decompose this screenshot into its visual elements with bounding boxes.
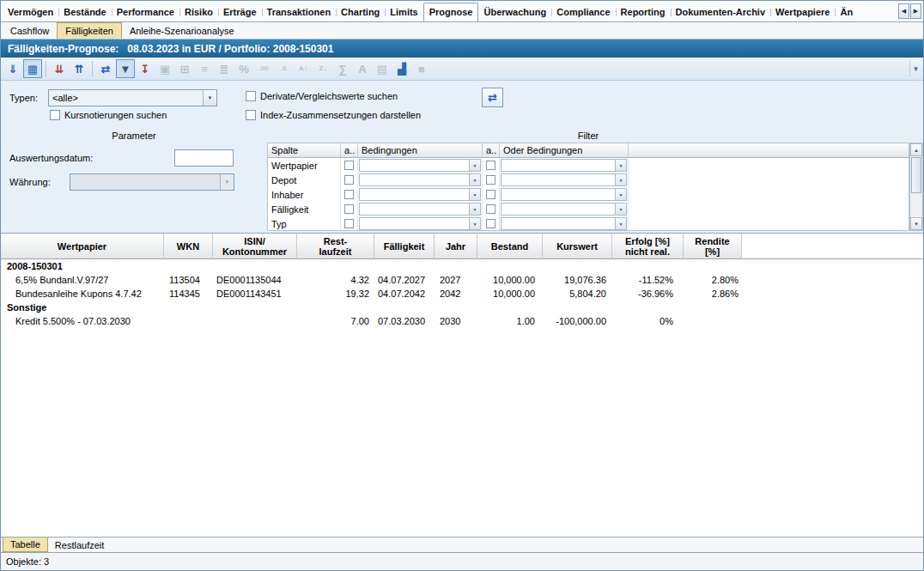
- chevron-down-icon: ▼: [469, 218, 480, 229]
- filter-row-filler: [629, 187, 909, 202]
- table-cell: 2.86%: [684, 287, 742, 301]
- save-export-button[interactable]: ⇓: [3, 59, 22, 78]
- filter-and-checkbox[interactable]: [344, 175, 354, 185]
- filter-and-checkbox[interactable]: [344, 161, 354, 170]
- sub-tab-anleihe-szenarioanalyse[interactable]: Anleihe-Szenarioanalyse: [122, 22, 242, 39]
- main-tab-bestaende[interactable]: Bestände: [58, 3, 112, 21]
- main-tab-reporting[interactable]: Reporting: [616, 3, 671, 21]
- filter-or-condition-select[interactable]: ▼: [501, 217, 627, 230]
- column-header-bestand[interactable]: Bestand: [477, 234, 543, 259]
- filter-column-header-a-3[interactable]: a..: [483, 143, 500, 158]
- main-tab-limits[interactable]: Limits: [385, 3, 422, 21]
- collapse-all-button[interactable]: ⇈: [70, 59, 88, 78]
- waehrung-select[interactable]: ▼: [70, 173, 234, 191]
- main-tab-transaktionen[interactable]: Transaktionen: [262, 3, 337, 21]
- chevron-down-icon: ▼: [469, 160, 480, 171]
- filter-column-header-bedingungen-2[interactable]: Bedingungen: [358, 143, 483, 158]
- main-tab-aen[interactable]: Än: [835, 3, 858, 21]
- auswertungsdatum-input[interactable]: [174, 149, 234, 167]
- view-tab-restlaufzeit[interactable]: Restlaufzeit: [48, 538, 111, 552]
- kursnotierungen-checkbox[interactable]: [50, 110, 60, 120]
- save-export-icon: ⇓: [9, 64, 18, 75]
- main-tab-performance[interactable]: Performance: [112, 3, 179, 21]
- column-header-isin[interactable]: ISIN/ Kontonummer: [213, 234, 297, 259]
- filter-and-checkbox[interactable]: [344, 204, 354, 214]
- filter-or-condition-select[interactable]: ▼: [501, 159, 627, 172]
- view-tab-tabelle[interactable]: Tabelle: [3, 538, 48, 552]
- scrollbar-thumb[interactable]: [911, 157, 921, 193]
- refresh-button[interactable]: ⇄: [482, 88, 503, 107]
- filter-or-and-checkbox[interactable]: [486, 161, 495, 170]
- table-row[interactable]: 6,5% Bundanl.V.97/27113504DE00011350444.…: [1, 273, 923, 287]
- filter-or-and-checkbox[interactable]: [486, 219, 495, 228]
- column-header-rest[interactable]: Rest- laufzeit: [297, 234, 374, 259]
- sub-tab-cashflow[interactable]: Cashflow: [3, 22, 57, 39]
- column-header-wkn[interactable]: WKN: [164, 234, 213, 259]
- filter-condition-select[interactable]: ▼: [359, 203, 481, 216]
- table-row[interactable]: Kredit 5.500% - 07.03.20307.0007.03.2030…: [1, 314, 923, 328]
- chart-display-button[interactable]: ▦: [23, 59, 42, 78]
- filter-condition-cell: ▼: [358, 216, 483, 231]
- drilldown-button[interactable]: ↧: [136, 59, 155, 78]
- main-tab-prognose[interactable]: Prognose: [423, 3, 479, 21]
- filter-or-condition-select[interactable]: ▼: [501, 203, 627, 216]
- filter-section-label: Filter: [267, 131, 909, 141]
- filter-or-condition-select[interactable]: ▼: [501, 188, 627, 201]
- filter-scrollbar[interactable]: ▲ ▼: [909, 143, 923, 231]
- expand-all-button[interactable]: ⇊: [50, 59, 69, 78]
- main-tab-dokumenten-archiv[interactable]: Dokumenten-Archiv: [671, 3, 771, 21]
- auswertungsdatum-label: Auswertungsdatum:: [9, 153, 93, 163]
- tab-scroll-left-button[interactable]: ◀: [898, 3, 909, 19]
- main-tab-wertpapiere[interactable]: Wertpapiere: [770, 3, 835, 21]
- main-tab-charting[interactable]: Charting: [336, 3, 385, 21]
- column-header-jahr[interactable]: Jahr: [435, 234, 477, 259]
- main-tab-ueberwachung[interactable]: Überwachung: [478, 3, 551, 21]
- group-row[interactable]: Sonstige: [1, 301, 923, 314]
- filter-condition-select[interactable]: ▼: [359, 217, 481, 230]
- derivate-checkbox[interactable]: [246, 91, 256, 101]
- column-header-erfolg[interactable]: Erfolg [%] nicht real.: [612, 234, 684, 259]
- bar-chart-button[interactable]: ▟: [392, 59, 411, 78]
- filter-or-and-checkbox[interactable]: [486, 204, 495, 214]
- group-row[interactable]: 2008-150301: [1, 259, 923, 273]
- main-tab-risiko[interactable]: Risiko: [179, 3, 218, 21]
- derivate-checkbox-label: Derivate/Vergleichswerte suchen: [260, 91, 398, 101]
- view-title-bar: Fälligkeiten-Prognose: 08.03.2023 in EUR…: [1, 39, 923, 58]
- column-header-kurswert[interactable]: Kurswert: [543, 234, 612, 259]
- results-table-header: WertpapierWKNISIN/ KontonummerRest- lauf…: [1, 234, 923, 259]
- filter-condition-select[interactable]: ▼: [359, 173, 481, 186]
- bar-chart-icon: ▟: [398, 64, 406, 75]
- sub-tab-faelligkeiten[interactable]: Fälligkeiten: [57, 22, 122, 39]
- main-tab-ertraege[interactable]: Erträge: [218, 3, 262, 21]
- filter-column-header-oder-bedingungen-4[interactable]: Oder Bedingungen: [500, 143, 629, 158]
- status-text: Objekte: 3: [6, 556, 49, 567]
- column-header-faelligkeit[interactable]: Fälligkeit: [374, 234, 435, 259]
- table-cell: 0%: [612, 314, 684, 328]
- filter-condition-select[interactable]: ▼: [359, 188, 481, 201]
- filter-or-and-checkbox[interactable]: [486, 175, 495, 185]
- filter-button[interactable]: ▼: [116, 59, 135, 78]
- column-header-rendite[interactable]: Rendite [%]: [684, 234, 742, 259]
- refresh-button[interactable]: ⇄: [96, 59, 115, 78]
- arrow-down-icon: ▼: [914, 222, 919, 227]
- toolbar-overflow-button[interactable]: ▾: [909, 60, 921, 77]
- filter-grid-body: Wertpapier▼▼Depot▼▼Inhaber▼▼Fälligkeit▼▼…: [268, 158, 909, 231]
- table-row[interactable]: Bundesanleihe Kupons 4.7.42114345DE00011…: [1, 287, 923, 301]
- scroll-up-button[interactable]: ▲: [910, 143, 922, 156]
- filter-column-header-a-1[interactable]: a..: [341, 143, 358, 158]
- main-tab-vermoegen[interactable]: Vermögen: [3, 3, 58, 21]
- typen-select[interactable]: <alle> ▼: [48, 89, 217, 106]
- scroll-down-button[interactable]: ▼: [910, 217, 922, 230]
- column-header-wertpapier[interactable]: Wertpapier: [1, 234, 164, 259]
- filter-or-and-checkbox[interactable]: [486, 190, 495, 199]
- main-tab-compliance[interactable]: Compliance: [551, 3, 615, 21]
- tab-scroll-right-button[interactable]: ▶: [910, 3, 921, 19]
- filter-and-checkbox[interactable]: [344, 190, 354, 199]
- index-checkbox[interactable]: [246, 110, 256, 120]
- filter-or-condition-select[interactable]: ▼: [501, 173, 627, 186]
- filter-condition-cell: ▼: [358, 173, 483, 187]
- filter-condition-select[interactable]: ▼: [359, 159, 481, 172]
- filter-column-header-spalte-0[interactable]: Spalte: [268, 143, 341, 158]
- filter-and-checkbox[interactable]: [344, 219, 354, 228]
- scrollbar-track[interactable]: [910, 156, 922, 217]
